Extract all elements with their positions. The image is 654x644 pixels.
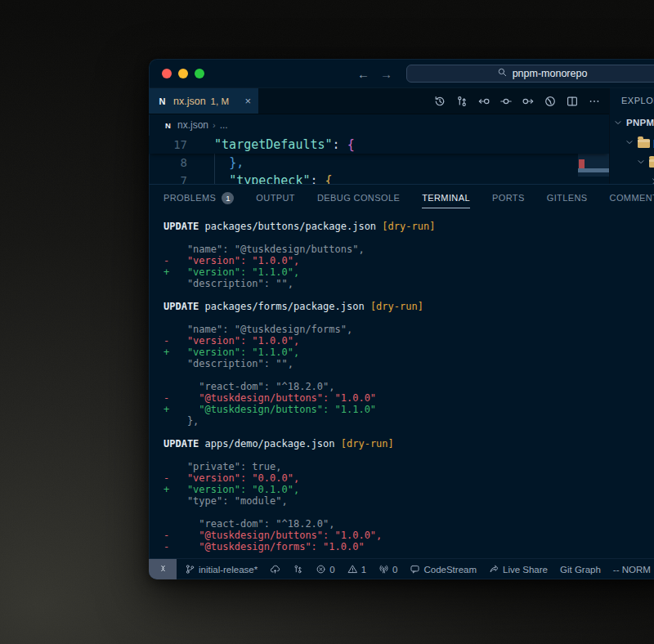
panel-tab-label: DEBUG CONSOLE	[317, 193, 400, 203]
terminal-diff-line: - "@tuskdesign/buttons": "1.0.0",	[164, 530, 654, 541]
terminal-diff-line: },	[164, 415, 654, 427]
terminal-diff-line: "name": "@tuskdesign/buttons",	[164, 244, 654, 255]
explorer-tree-item[interactable]	[610, 172, 654, 184]
panel-tab-ports[interactable]: PORTS	[492, 193, 525, 203]
status-vim-mode[interactable]: -- NORM	[613, 565, 651, 575]
status-sync-publish[interactable]	[270, 564, 280, 575]
minimize-window-button[interactable]	[178, 69, 188, 78]
panel-tab-label: PORTS	[492, 193, 525, 203]
codestream-icon	[410, 564, 420, 575]
chevron-down-icon	[625, 137, 634, 147]
chevron-down-icon	[613, 118, 623, 127]
status-item-label: 0	[329, 565, 334, 575]
minimap-error-marker	[579, 159, 585, 168]
title-bar[interactable]: ← → pnpm-monorepo	[149, 59, 654, 88]
panel-tab-label: COMMENTS	[610, 193, 654, 203]
status-branch[interactable]: initial-release*	[185, 564, 258, 575]
terminal-diff-line: - "version": "1.0.0",	[164, 255, 654, 266]
nx-file-icon: N	[156, 95, 168, 107]
problems-count-badge: 1	[222, 192, 234, 204]
terminal-diff-line: + "version": "0.1.0",	[164, 484, 654, 495]
editor-line: 7 "typecheck": {	[149, 172, 609, 184]
next-change-icon[interactable]	[522, 95, 535, 108]
terminal-diff-line: "react-dom": "^18.2.0",	[164, 381, 654, 392]
explorer-tree-item[interactable]: p	[610, 132, 654, 152]
terminal-diff-line: "react-dom": "^18.2.0",	[164, 518, 654, 530]
search-value: pnpm-monorepo	[513, 68, 588, 79]
status-item-label: CodeStream	[423, 565, 477, 575]
terminal-output[interactable]: UPDATE packages/buttons/package.json [dr…	[149, 211, 654, 558]
panel-tab-comments[interactable]: COMMENTS	[610, 193, 654, 203]
remote-icon	[158, 563, 168, 575]
status-item-label: initial-release*	[199, 565, 258, 575]
editor-line: 17 "targetDefaults": {	[149, 136, 609, 154]
tab-decoration: 1, M	[211, 96, 229, 106]
breadcrumb: N nx.json › ...	[149, 114, 609, 136]
navigate-forward-button[interactable]: →	[380, 67, 392, 81]
terminal-diff-line: - "version": "1.0.0",	[164, 335, 654, 347]
terminal-diff-line: "description": "",	[164, 358, 654, 369]
compare-changes-icon	[293, 564, 303, 575]
search-icon	[497, 67, 508, 80]
zoom-window-button[interactable]	[195, 69, 204, 78]
status-warnings[interactable]: 1	[347, 564, 366, 575]
editor-line: 8 },	[149, 154, 609, 172]
panel-tab-problems[interactable]: PROBLEMS1	[164, 192, 234, 204]
terminal-update-line: UPDATE packages/buttons/package.json [dr…	[164, 221, 654, 232]
code-editor[interactable]: 17 "targetDefaults": {8 },7 "typecheck":…	[149, 136, 609, 184]
indent-guide	[214, 154, 215, 184]
status-bar: initial-release*010CodeStreamLive ShareG…	[149, 558, 654, 579]
terminal-diff-line: - "version": "0.0.0",	[164, 472, 654, 484]
status-codestream[interactable]: CodeStream	[410, 564, 477, 575]
breadcrumb-ellipsis[interactable]: ...	[220, 119, 228, 131]
panel-tab-bar: PROBLEMS1OUTPUTDEBUG CONSOLETERMINALPORT…	[149, 185, 654, 211]
status-item-label: 1	[361, 565, 366, 575]
more-actions-icon[interactable]	[588, 95, 601, 108]
close-tab-icon[interactable]: ×	[244, 96, 251, 106]
change-icon[interactable]	[499, 95, 513, 108]
window-controls	[149, 69, 204, 78]
explorer-tree-item[interactable]	[610, 152, 654, 172]
panel-tab-terminal[interactable]: TERMINAL	[422, 193, 470, 203]
panel-tab-output[interactable]: OUTPUT	[256, 193, 295, 203]
warning-icon	[347, 564, 358, 575]
explorer-tree-item[interactable]: PNPM-M	[610, 113, 654, 132]
previous-change-icon[interactable]	[477, 95, 490, 108]
status-item-label: Live Share	[503, 565, 548, 575]
broadcast-icon	[379, 564, 389, 575]
breadcrumb-file[interactable]: nx.json	[177, 119, 208, 131]
live-share-icon	[489, 564, 499, 575]
command-center-search[interactable]: pnpm-monorepo	[406, 65, 654, 83]
terminal-diff-line: - "@tuskdesign/forms": "1.0.0"	[164, 541, 654, 552]
tab-title: nx.json	[173, 96, 206, 107]
terminal-diff-line: "type": "module",	[164, 495, 654, 507]
status-git-graph[interactable]: Git Graph	[560, 565, 601, 575]
terminal-blank-line	[164, 232, 654, 244]
split-editor-icon[interactable]	[566, 95, 579, 108]
terminal-blank-line	[164, 427, 654, 438]
panel-tab-label: TERMINAL	[422, 193, 470, 203]
status-errors[interactable]: 0	[316, 564, 334, 575]
compare-changes-icon[interactable]	[455, 95, 468, 108]
status-item-label: 0	[392, 565, 397, 575]
branch-icon	[185, 564, 195, 575]
panel-tab-label: GITLENS	[547, 193, 588, 203]
terminal-diff-line: + "version": "1.1.0",	[164, 266, 654, 278]
cloud-upload-icon	[270, 564, 280, 575]
close-window-button[interactable]	[162, 69, 172, 78]
timeline-icon[interactable]	[544, 95, 557, 108]
navigate-back-button[interactable]: ←	[357, 67, 370, 81]
tab-nx-json[interactable]: N nx.json 1, M ×	[149, 88, 258, 114]
vscode-window: ← → pnpm-monorepo N nx.json 1, M × N nx.…	[149, 59, 654, 579]
history-icon[interactable]	[433, 95, 446, 108]
status-ports[interactable]: 0	[379, 564, 397, 575]
panel-tab-debug-console[interactable]: DEBUG CONSOLE	[317, 193, 400, 203]
tree-item-label: PNPM-M	[626, 118, 654, 127]
panel-tab-gitlens[interactable]: GITLENS	[547, 193, 588, 203]
remote-indicator[interactable]	[149, 559, 177, 579]
folder-icon	[649, 159, 654, 168]
status-live-share[interactable]: Live Share	[489, 564, 548, 575]
line-number: 8	[149, 156, 199, 169]
status-git-compare[interactable]	[293, 564, 303, 575]
terminal-update-line: UPDATE apps/demo/package.json [dry-run]	[164, 438, 654, 449]
